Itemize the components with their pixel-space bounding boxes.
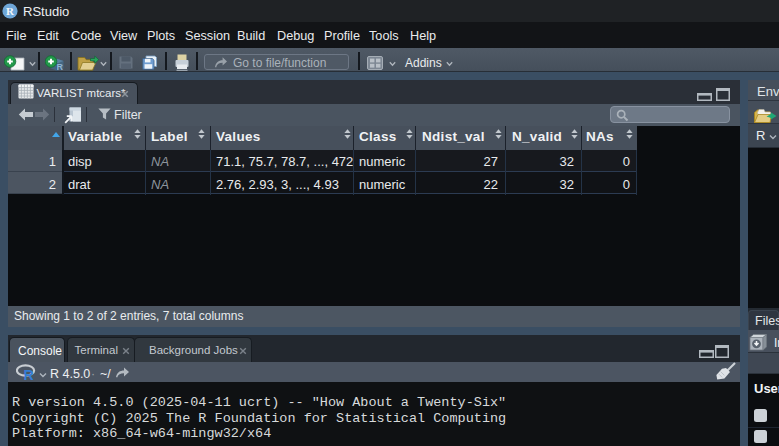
svg-text:R: R [24,367,34,381]
svg-text:R: R [57,62,64,72]
svg-text:R: R [6,5,15,17]
